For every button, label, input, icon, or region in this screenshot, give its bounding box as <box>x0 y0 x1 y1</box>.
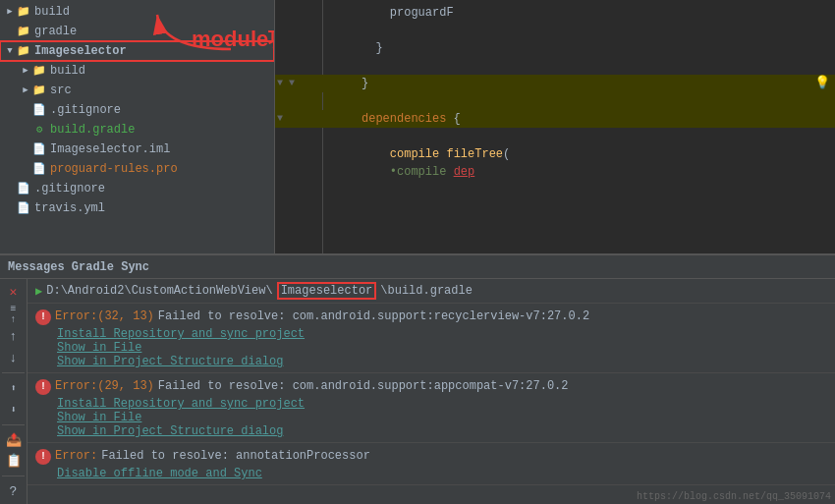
tree-item-gitignore-inner[interactable]: ▶ 📄 .gitignore <box>0 100 274 120</box>
panel-header: Messages Gradle Sync <box>0 255 835 279</box>
close-button[interactable]: ✕ <box>4 283 24 301</box>
tree-item-label: Imageselector.iml <box>50 140 170 158</box>
show-project-structure-link-2[interactable]: Show in Project Structure dialog <box>57 424 827 438</box>
lightbulb-icon: 💡 <box>814 75 830 92</box>
code-line-proguard: proguardF <box>275 4 835 22</box>
folder-icon: 📁 <box>16 25 31 38</box>
folder-icon: 📁 <box>16 5 31 19</box>
tree-item-build2[interactable]: ▶ 📁 build <box>0 61 274 81</box>
error-main-line-1: ! Error:(32, 13) Failed to resolve: com.… <box>35 308 827 327</box>
collapse-all-button[interactable]: ≡↑ <box>4 305 24 324</box>
folder-icon: 📁 <box>31 84 47 97</box>
folder-icon: 📁 <box>16 44 31 58</box>
export-button[interactable]: 📤 <box>4 431 24 449</box>
messages-panel: Messages Gradle Sync ✕ ≡↑ ↑ ↓ ⬆ ⬇ 📤 📋 ? … <box>0 253 835 504</box>
error-group-2: ! Error:(29, 13) Failed to resolve: com.… <box>28 373 835 443</box>
copy-button[interactable]: 📋 <box>4 453 24 471</box>
status-check-icon: ▶ <box>35 284 42 299</box>
panel-title: Messages Gradle Sync <box>8 260 149 274</box>
tree-item-gitignore-outer[interactable]: ▶ 📄 .gitignore <box>0 179 274 198</box>
messages-content: ▶ D:\Android2\CustomActionWebView\Images… <box>28 279 835 504</box>
error-label-1: Error:(32, 13) <box>55 309 154 323</box>
error-main-line-2: ! Error:(29, 13) Failed to resolve: com.… <box>35 377 827 397</box>
path-suffix: \build.gradle <box>380 284 473 298</box>
error-group-1: ! Error:(32, 13) Failed to resolve: com.… <box>28 304 835 373</box>
tree-item-label: src <box>50 82 72 99</box>
disable-offline-link[interactable]: Disable offline mode and Sync <box>57 467 827 480</box>
arrow-icon: ▶ <box>20 82 31 99</box>
tree-item-build-gradle[interactable]: ▶ ⚙ build.gradle <box>0 120 274 140</box>
arrow-icon: ▶ <box>4 3 16 21</box>
error-label-3: Error: <box>55 449 97 463</box>
tree-item-proguard[interactable]: ▶ 📄 proguard-rules.pro <box>0 159 274 179</box>
file-icon: 📄 <box>31 162 47 176</box>
tree-item-imageselector[interactable]: ▼ 📁 Imageselector <box>0 41 274 61</box>
error-icon-3: ! <box>35 449 51 465</box>
tree-item-label: .gitignore <box>50 101 121 119</box>
folder-icon: 📁 <box>31 64 47 78</box>
tree-item-gradle-root[interactable]: ▶ 📁 gradle <box>0 22 274 41</box>
panel-toolbar: ✕ ≡↑ ↑ ↓ ⬆ ⬇ 📤 📋 ? <box>0 279 28 504</box>
path-prefix: D:\Android2\CustomActionWebView\ <box>46 284 272 298</box>
prev-error-button[interactable]: ⬆ <box>4 379 24 397</box>
file-icon: 📄 <box>16 182 31 196</box>
next-error-button[interactable]: ⬇ <box>4 401 24 419</box>
code-line-empty3 <box>275 92 835 110</box>
code-line-empty2 <box>275 57 835 75</box>
tree-item-label: .gitignore <box>34 180 105 197</box>
tree-item-travis[interactable]: ▶ 📄 travis.yml <box>0 198 274 218</box>
tree-item-label: build.gradle <box>50 121 135 139</box>
error-message-2: Failed to resolve: com.android.support:a… <box>158 379 569 393</box>
tree-item-src[interactable]: ▶ 📁 src <box>0 81 274 100</box>
code-line-close1: } <box>275 39 835 57</box>
path-bar: ▶ D:\Android2\CustomActionWebView\Images… <box>28 279 835 304</box>
arrow-icon: ▼ <box>4 42 16 60</box>
error-main-line-3: ! Error: Failed to resolve: annotationPr… <box>35 447 827 467</box>
show-file-link-2[interactable]: Show in File <box>57 411 827 424</box>
error-label-2: Error:(29, 13) <box>55 379 154 393</box>
gradle-icon: ⚙ <box>31 123 47 137</box>
error-message-3: Failed to resolve: annotationProcessor <box>101 449 370 463</box>
install-repo-link-1[interactable]: Install Repository and sync project <box>57 327 827 341</box>
show-file-link-1[interactable]: Show in File <box>57 341 827 355</box>
file-icon: 📄 <box>16 201 31 215</box>
code-line-empty1 <box>275 22 835 39</box>
code-line-empty4 <box>275 128 835 145</box>
code-line-more: •compile dep <box>275 163 835 181</box>
error-icon-1: ! <box>35 309 51 325</box>
tree-item-label: travis.yml <box>34 199 105 217</box>
code-editor: proguardF } ▼ ▼ } 💡 <box>275 0 835 253</box>
watermark: https://blog.csdn.net/qq_35091074 <box>637 491 831 502</box>
arrow-icon: ▶ <box>20 62 31 80</box>
tree-item-iml[interactable]: ▶ 📄 Imageselector.iml <box>0 140 274 159</box>
file-icon: 📄 <box>31 142 47 156</box>
tree-item-label: build <box>34 3 70 21</box>
path-module-highlight: Imageselector <box>277 282 377 300</box>
error-message-1: Failed to resolve: com.android.support:r… <box>158 309 589 323</box>
tree-item-label: Imageselector <box>34 42 127 60</box>
panel-body: ✕ ≡↑ ↑ ↓ ⬆ ⬇ 📤 📋 ? ▶ D:\Android2\CustomA… <box>0 279 835 504</box>
file-tree: ▶ 📁 build ▶ 📁 gradle ▼ 📁 Imageselector ▶… <box>0 0 275 253</box>
code-line-compile: compile fileTree( <box>275 145 835 163</box>
scroll-down-button[interactable]: ↓ <box>4 350 24 367</box>
file-icon: 📄 <box>31 103 47 117</box>
error-icon-2: ! <box>35 379 51 395</box>
show-project-structure-link-1[interactable]: Show in Project Structure dialog <box>57 355 827 368</box>
scroll-up-button[interactable]: ↑ <box>4 328 24 346</box>
help-button[interactable]: ? <box>4 482 24 500</box>
tree-item-label: gradle <box>34 23 77 40</box>
tree-item-label: proguard-rules.pro <box>50 160 178 178</box>
tree-item-build[interactable]: ▶ 📁 build <box>0 2 274 22</box>
install-repo-link-2[interactable]: Install Repository and sync project <box>57 397 827 411</box>
tree-item-label: build <box>50 62 85 80</box>
error-group-3: ! Error: Failed to resolve: annotationPr… <box>28 443 835 485</box>
